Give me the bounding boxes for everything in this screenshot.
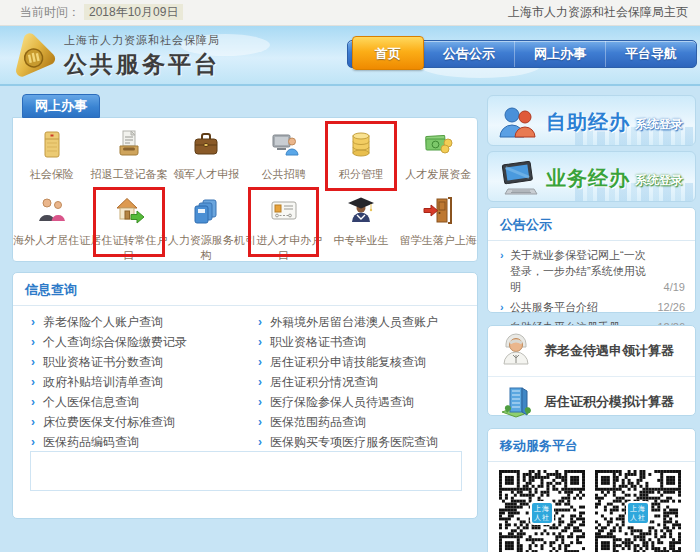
header: 上海市人力资源和社会保障局 公共服务平台 首页 公告公示 网上办事 平台导航 bbox=[0, 26, 700, 86]
qr-codes: 上海 人社 上海 人社 bbox=[488, 462, 695, 552]
bureau-logo-icon bbox=[8, 30, 58, 80]
announcement-text: 公共服务平台介绍 bbox=[510, 301, 598, 313]
bureau-home-link[interactable]: 上海市人力资源和社会保障局主页 bbox=[508, 0, 688, 25]
empty-content-box bbox=[30, 451, 462, 491]
people-icon bbox=[13, 189, 90, 233]
announcements-list: 关于就业参保登记网上“一次登录，一步办结”系统使用说明 4/19 公共服务平台介… bbox=[488, 241, 695, 337]
pensioner-icon bbox=[498, 331, 534, 371]
services-tab[interactable]: 网上办事 bbox=[22, 94, 100, 118]
info-link[interactable]: 养老保险个人账户查询 bbox=[19, 312, 246, 332]
service-label: 招退工登记备案 bbox=[90, 167, 167, 182]
service-hr-agencies[interactable]: 人力资源服务机构 bbox=[168, 189, 245, 255]
nav-tab-online-services[interactable]: 网上办事 bbox=[514, 41, 605, 67]
coins-icon bbox=[322, 123, 399, 167]
service-overseas-talent-permit[interactable]: 海外人才居住证 bbox=[13, 189, 90, 255]
info-link[interactable]: 职业资格证书分数查询 bbox=[19, 352, 246, 372]
service-label: 领军人才申报 bbox=[168, 167, 245, 182]
service-vocational-graduates[interactable]: 中专毕业生 bbox=[322, 189, 399, 255]
service-imported-talent-hukou[interactable]: 引进人才申办户口 bbox=[245, 189, 322, 255]
banner-title: 自助经办 bbox=[546, 109, 630, 136]
info-link[interactable]: 医疗保险参保人员待遇查询 bbox=[246, 392, 473, 412]
service-talent-development-fund[interactable]: 人才发展资金 bbox=[400, 123, 477, 189]
door-icon bbox=[400, 189, 477, 233]
service-label: 引进人才申办户口 bbox=[245, 233, 322, 263]
self-service-login-banner[interactable]: 自助经办 系统登录 bbox=[487, 95, 696, 146]
service-label: 人力资源服务机构 bbox=[168, 233, 245, 263]
qr-logo-icon: 上海 人社 bbox=[626, 501, 650, 525]
info-link[interactable]: 个人查询综合保险缴费记录 bbox=[19, 332, 246, 352]
service-public-recruitment[interactable]: 公共招聘 bbox=[245, 123, 322, 189]
service-returnee-settlement[interactable]: 留学生落户上海 bbox=[400, 189, 477, 255]
mobile-platform-title: 移动服务平台 bbox=[488, 429, 695, 462]
info-link[interactable]: 医保范围药品查询 bbox=[246, 412, 473, 432]
computer-icon bbox=[498, 159, 542, 201]
announcement-item[interactable]: 公共服务平台介绍 12/26 bbox=[488, 297, 695, 317]
info-link[interactable]: 床位费医保支付标准查询 bbox=[19, 412, 246, 432]
books-icon bbox=[168, 189, 245, 233]
briefcase-icon bbox=[168, 123, 245, 167]
current-time-label: 当前时间： bbox=[20, 5, 80, 19]
calculator-label: 养老金待遇申领计算器 bbox=[544, 342, 674, 360]
main-nav: 首页 公告公示 网上办事 平台导航 bbox=[347, 40, 697, 68]
service-employment-registration[interactable]: 招退工登记备案 bbox=[90, 123, 167, 189]
calculators-panel: 养老金待遇申领计算器 居住证积分模拟计算器 bbox=[487, 325, 696, 416]
qr-code-left: 上海 人社 bbox=[499, 470, 585, 552]
info-link[interactable]: 居住证积分情况查询 bbox=[246, 372, 473, 392]
info-link[interactable]: 医保购买专项医疗服务医院查询 bbox=[246, 432, 473, 452]
business-login-banner[interactable]: 业务经办 系统登录 bbox=[487, 151, 696, 202]
service-label: 居住证转常住户口 bbox=[90, 233, 167, 263]
mobile-platform-panel: 移动服务平台 上海 人社 上海 人社 bbox=[487, 428, 696, 552]
announcement-date: 12/26 bbox=[657, 299, 685, 315]
service-label: 积分管理 bbox=[322, 167, 399, 182]
qr-logo-text: 上海 bbox=[532, 504, 552, 513]
announcement-item[interactable]: 关于就业参保登记网上“一次登录，一步办结”系统使用说明 4/19 bbox=[488, 245, 695, 297]
service-label: 人才发展资金 bbox=[400, 167, 477, 182]
service-label: 中专毕业生 bbox=[322, 233, 399, 248]
banner-subtitle: 系统登录 bbox=[635, 172, 683, 189]
info-link[interactable]: 医保药品编码查询 bbox=[19, 432, 246, 452]
info-query-panel: 信息查询 养老保险个人账户查询 个人查询综合保险缴费记录 职业资格证书分数查询 … bbox=[12, 272, 478, 519]
top-bar: 当前时间：2018年10月09日 上海市人力资源和社会保障局主页 bbox=[0, 0, 700, 26]
info-query-links: 养老保险个人账户查询 个人查询综合保险缴费记录 职业资格证书分数查询 政府补贴培… bbox=[13, 306, 477, 452]
building-icon bbox=[498, 382, 534, 422]
info-link[interactable]: 政府补贴培训清单查询 bbox=[19, 372, 246, 392]
info-link[interactable]: 职业资格证书查询 bbox=[246, 332, 473, 352]
banner-subtitle: 系统登录 bbox=[635, 116, 683, 133]
document-tray-icon bbox=[90, 123, 167, 167]
house-arrow-icon bbox=[90, 189, 167, 233]
service-permit-to-hukou[interactable]: 居住证转常住户口 bbox=[90, 189, 167, 255]
current-time: 当前时间：2018年10月09日 bbox=[20, 0, 183, 25]
announcements-title: 公告公示 bbox=[488, 208, 695, 241]
nav-tab-home[interactable]: 首页 bbox=[352, 36, 424, 70]
qr-logo-text: 人社 bbox=[628, 513, 648, 522]
service-social-insurance[interactable]: 社会保险 bbox=[13, 123, 90, 189]
nav-tab-platform-guide[interactable]: 平台导航 bbox=[605, 41, 696, 67]
services-grid: 社会保险 招退工登记备案 bbox=[13, 118, 477, 255]
id-card-icon bbox=[245, 189, 322, 233]
funds-icon bbox=[400, 123, 477, 167]
nav-tab-announcements[interactable]: 公告公示 bbox=[424, 41, 514, 67]
services-panel: 社会保险 招退工登记备案 bbox=[12, 117, 478, 262]
service-leading-talent[interactable]: 领军人才申报 bbox=[168, 123, 245, 189]
service-label: 海外人才居住证 bbox=[13, 233, 90, 248]
info-link[interactable]: 居住证积分申请技能复核查询 bbox=[246, 352, 473, 372]
pension-calculator[interactable]: 养老金待遇申领计算器 bbox=[488, 326, 695, 376]
page: 当前时间：2018年10月09日 上海市人力资源和社会保障局主页 bbox=[0, 0, 700, 552]
qr-logo-text: 人社 bbox=[532, 513, 552, 522]
announcements-panel: 公告公示 关于就业参保登记网上“一次登录，一步办结”系统使用说明 4/19 公共… bbox=[487, 207, 696, 313]
qr-logo-icon: 上海 人社 bbox=[530, 501, 554, 525]
points-simulator-calculator[interactable]: 居住证积分模拟计算器 bbox=[488, 376, 695, 427]
graduate-icon bbox=[322, 189, 399, 233]
org-name: 上海市人力资源和社会保障局 bbox=[64, 33, 220, 48]
service-points-management[interactable]: 积分管理 bbox=[322, 123, 399, 189]
info-links-right: 外籍境外居留台港澳人员查账户 职业资格证书查询 居住证积分申请技能复核查询 居住… bbox=[246, 312, 473, 452]
site-title: 公共服务平台 bbox=[64, 49, 220, 80]
site-title-block: 上海市人力资源和社会保障局 公共服务平台 bbox=[64, 33, 220, 80]
banner-title: 业务经办 bbox=[546, 165, 630, 192]
envelope-icon bbox=[13, 123, 90, 167]
info-links-left: 养老保险个人账户查询 个人查询综合保险缴费记录 职业资格证书分数查询 政府补贴培… bbox=[19, 312, 246, 452]
info-link[interactable]: 个人医保信息查询 bbox=[19, 392, 246, 412]
announcement-date: 4/19 bbox=[664, 279, 685, 295]
recruitment-icon bbox=[245, 123, 322, 167]
info-link[interactable]: 外籍境外居留台港澳人员查账户 bbox=[246, 312, 473, 332]
